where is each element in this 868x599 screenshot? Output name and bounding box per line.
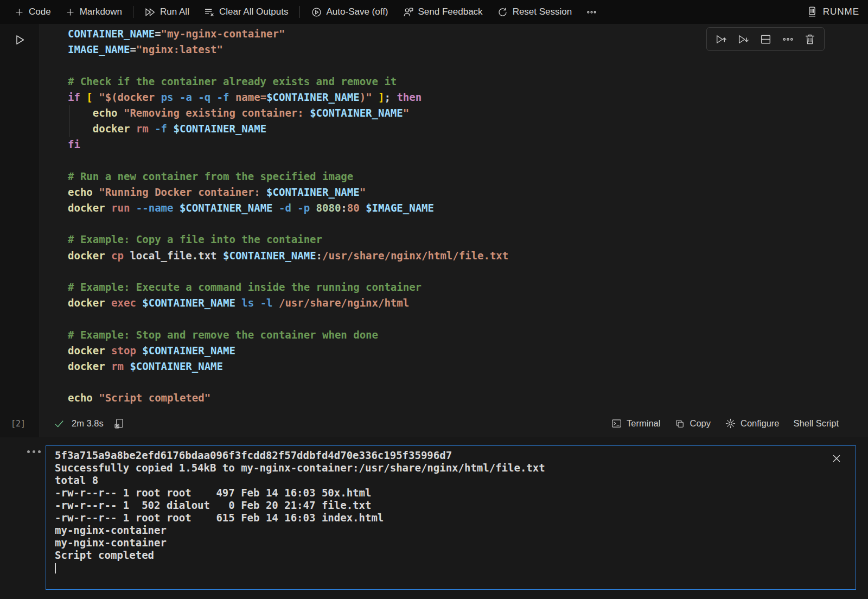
runme-label: RUNME (823, 7, 859, 17)
execution-count: [2] (11, 419, 25, 429)
configure-button[interactable]: Configure (725, 418, 780, 429)
cell-more-actions-button[interactable] (779, 30, 797, 48)
code-line[interactable] (68, 58, 868, 73)
code-line[interactable]: # Example: Stop and remove the container… (68, 327, 868, 343)
language-picker[interactable]: Shell Script (794, 418, 839, 429)
output-text: 5f3a715a9a8be2efd6176bdaa096f3fcdd82f57d… (55, 449, 856, 574)
run-all-icon (144, 7, 156, 18)
more-icon (586, 7, 597, 18)
code-line[interactable]: docker run --name $CONTAINER_NAME -d -p … (68, 200, 868, 216)
configure-label: Configure (741, 418, 780, 429)
runme-extension-button[interactable]: RUNME (800, 3, 860, 21)
code-line[interactable]: # Run a new container from the specified… (68, 169, 868, 184)
split-cell-button[interactable] (757, 30, 775, 48)
auto-save-toggle[interactable]: Auto-Save (off) (304, 3, 395, 21)
clear-outputs-icon (203, 7, 215, 18)
output-line: Successfully copied 1.54kB to my-nginx-c… (55, 462, 856, 474)
success-check-icon (53, 418, 65, 430)
code-line[interactable]: if [ "$(docker ps -a -q -f name=$CONTAIN… (68, 90, 868, 105)
code-line[interactable]: docker rm $CONTAINER_NAME (68, 359, 868, 374)
add-markdown-label: Markdown (80, 7, 122, 17)
send-feedback-button[interactable]: Send Feedback (396, 3, 489, 21)
send-feedback-label: Send Feedback (418, 7, 483, 17)
code-line[interactable]: # Check if the container already exists … (68, 74, 868, 90)
clear-all-outputs-button[interactable]: Clear All Outputs (197, 3, 295, 21)
code-line[interactable]: docker exec $CONTAINER_NAME ls -l /usr/s… (68, 295, 868, 311)
close-icon (831, 453, 843, 464)
reset-session-label: Reset Session (513, 7, 572, 17)
cell-output: 5f3a715a9a8be2efd6176bdaa096f3fcdd82f57d… (46, 445, 856, 590)
run-all-label: Run All (160, 7, 189, 17)
plus-icon (14, 7, 24, 17)
code-line[interactable]: echo "Removing existing container: $CONT… (68, 105, 868, 121)
execute-below-icon (737, 33, 750, 46)
trash-icon (803, 33, 816, 46)
output-line: 5f3a715a9a8be2efd6176bdaa096f3fcdd82f57d… (55, 449, 856, 462)
add-code-label: Code (29, 7, 51, 17)
execution-duration: 2m 3.8s (72, 418, 104, 429)
terminal-label: Terminal (627, 418, 660, 429)
auto-save-icon (311, 7, 322, 18)
add-markdown-cell-button[interactable]: Markdown (59, 3, 129, 21)
close-output-button[interactable] (831, 453, 843, 464)
cell-status-bar: 2m 3.8s Terminal Copy (40, 406, 868, 437)
reset-session-button[interactable]: Reset Session (490, 3, 579, 21)
runme-logo (806, 6, 818, 18)
code-line[interactable]: fi (68, 137, 868, 152)
terminal-button[interactable]: Terminal (611, 418, 660, 429)
reset-icon (497, 7, 508, 18)
code-line[interactable]: # Example: Copy a file into the containe… (68, 232, 868, 247)
output-line: Script completed (55, 549, 856, 562)
code-editor[interactable]: CONTAINER_NAME="my-nginx-container"IMAGE… (40, 24, 868, 406)
execute-above-button[interactable] (712, 30, 730, 48)
add-code-cell-button[interactable]: Code (8, 3, 58, 21)
output-line: my-nginx-container (55, 537, 856, 549)
run-all-button[interactable]: Run All (138, 3, 196, 21)
play-icon (12, 33, 27, 47)
toolbar-separator (299, 6, 300, 18)
execute-above-icon (714, 33, 728, 46)
output-line: -rw-r--r-- 1 root root 497 Feb 14 16:03 … (55, 487, 856, 499)
cell-actions-toolbar (706, 27, 825, 51)
toolbar-separator (133, 6, 133, 18)
language-label: Shell Script (794, 418, 839, 429)
plus-icon (65, 7, 75, 17)
code-line[interactable]: docker rm -f $CONTAINER_NAME (68, 121, 868, 137)
notebook-toolbar: Code Markdown Run All Clear All Outputs … (0, 0, 868, 24)
gear-icon (725, 418, 736, 429)
run-cell-button[interactable] (12, 33, 27, 47)
code-line[interactable]: docker stop $CONTAINER_NAME (68, 343, 868, 359)
output-line: -rw-r--r-- 1 502 dialout 0 Feb 20 21:47 … (55, 499, 856, 512)
open-external-icon (113, 418, 125, 429)
code-line[interactable] (68, 374, 868, 390)
code-line[interactable] (68, 264, 868, 279)
toolbar-more-button[interactable] (579, 3, 604, 21)
output-line: -rw-r--r-- 1 root root 615 Feb 14 16:03 … (55, 512, 856, 524)
open-external-button[interactable] (113, 418, 125, 429)
code-line[interactable]: echo "Script completed" (68, 390, 868, 406)
split-cell-icon (759, 33, 773, 46)
execute-below-button[interactable] (735, 30, 752, 48)
code-line[interactable]: # Example: Execute a command inside the … (68, 279, 868, 295)
terminal-icon (611, 418, 622, 429)
auto-save-label: Auto-Save (off) (327, 7, 388, 17)
feedback-icon (403, 7, 414, 18)
more-icon (781, 33, 795, 46)
terminal-cursor (55, 563, 56, 573)
code-line[interactable] (68, 216, 868, 232)
copy-label: Copy (690, 418, 711, 429)
code-area: CONTAINER_NAME="my-nginx-container"IMAGE… (68, 26, 868, 406)
copy-icon (674, 418, 685, 429)
clear-all-outputs-label: Clear All Outputs (219, 7, 289, 17)
output-line: total 8 (55, 474, 856, 487)
code-line[interactable]: docker cp local_file.txt $CONTAINER_NAME… (68, 248, 868, 264)
copy-button[interactable]: Copy (674, 418, 711, 429)
code-line[interactable] (68, 311, 868, 327)
code-line[interactable]: echo "Running Docker container: $CONTAIN… (68, 184, 868, 200)
code-line[interactable] (68, 153, 868, 169)
notebook-cell: [2] CONTAINER_NAME="my-nginx-container"I… (0, 24, 868, 437)
delete-cell-button[interactable] (801, 30, 819, 48)
output-options-button[interactable] (27, 450, 41, 453)
cell-gutter: [2] (0, 24, 40, 437)
output-line: my-nginx-container (55, 524, 856, 537)
